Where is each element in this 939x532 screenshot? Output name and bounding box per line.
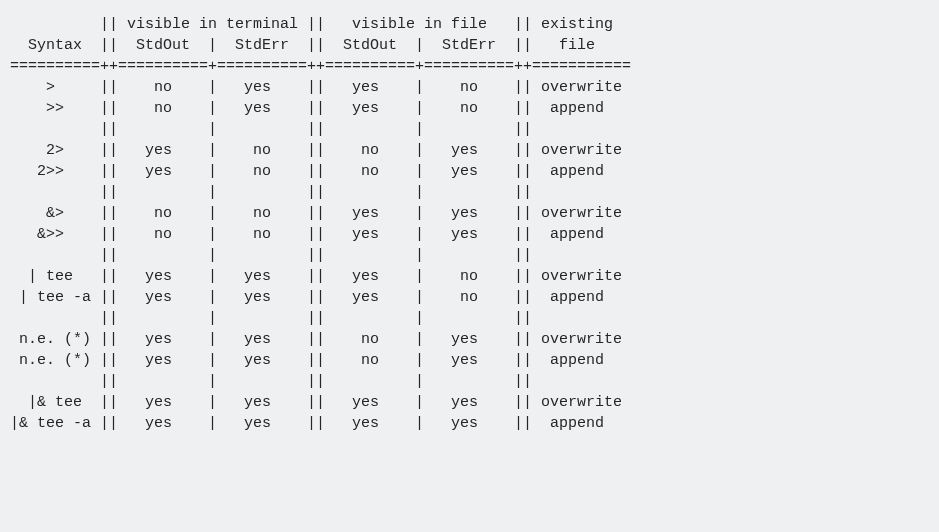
redirection-table: || visible in terminal || visible in fil… bbox=[0, 0, 939, 448]
